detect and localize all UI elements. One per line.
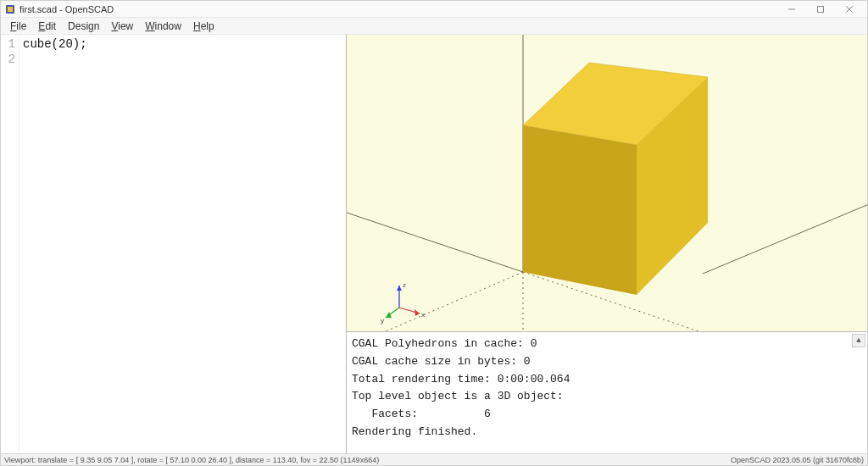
close-button[interactable] <box>835 2 864 17</box>
menu-view[interactable]: View <box>105 19 139 34</box>
editor-gutter: 1 2 <box>1 35 19 453</box>
editor-code[interactable]: cube(20); <box>19 35 346 453</box>
svg-marker-12 <box>415 309 420 316</box>
viewport-svg: z x y <box>347 35 867 332</box>
rendered-cube <box>523 63 708 295</box>
statusbar-right: OpenSCAD 2023.05.05 (git 31670fc8b) <box>731 456 864 464</box>
code-line: cube(20); <box>23 36 342 52</box>
statusbar-left: Viewport: translate = [ 9.35 9.05 7.04 ]… <box>4 456 731 464</box>
titlebar: first.scad - OpenSCAD <box>1 1 867 18</box>
svg-rect-1 <box>8 7 13 12</box>
menu-window[interactable]: Window <box>139 19 187 34</box>
window-title: first.scad - OpenSCAD <box>19 4 777 14</box>
console-line: Total rendering time: 0:00:00.064 <box>352 371 862 389</box>
console-line: CGAL Polyhedrons in cache: 0 <box>352 336 862 353</box>
minimize-button[interactable] <box>777 2 806 17</box>
console[interactable]: ▲ CGAL Polyhedrons in cache: 0 CGAL cach… <box>347 332 867 453</box>
svg-rect-3 <box>818 6 824 12</box>
axis-line <box>703 204 867 274</box>
right-pane: z x y ▲ CGAL Polyhedrons in cache: 0 CGA… <box>347 35 867 453</box>
axis-label-z: z <box>403 281 406 289</box>
axis-label-y: y <box>381 317 384 325</box>
console-scroll-up[interactable]: ▲ <box>852 334 865 347</box>
statusbar: Viewport: translate = [ 9.35 9.05 7.04 ]… <box>1 453 867 465</box>
line-number: 2 <box>3 52 15 67</box>
maximize-button[interactable] <box>806 2 835 17</box>
svg-marker-7 <box>523 125 637 295</box>
menu-edit[interactable]: Edit <box>32 19 62 34</box>
app-window: first.scad - OpenSCAD File Edit Design V… <box>0 0 868 466</box>
console-line: Facets: 6 <box>352 406 862 424</box>
svg-marker-14 <box>386 312 392 318</box>
axis-gizmo: z x y <box>381 281 425 325</box>
svg-marker-10 <box>397 286 402 291</box>
axis-label-x: x <box>421 311 425 319</box>
menu-design[interactable]: Design <box>62 19 105 34</box>
axis-dotted <box>347 272 523 332</box>
menu-help[interactable]: Help <box>187 19 220 34</box>
main-area: 1 2 cube(20); <box>1 35 867 453</box>
code-editor[interactable]: 1 2 cube(20); <box>1 35 347 453</box>
console-line: Top level object is a 3D object: <box>352 388 862 406</box>
app-icon <box>4 3 16 15</box>
console-line: Rendering finished. <box>352 424 862 441</box>
menu-file[interactable]: File <box>4 19 32 34</box>
code-line <box>23 52 342 67</box>
menubar: File Edit Design View Window Help <box>1 18 867 35</box>
console-line: CGAL cache size in bytes: 0 <box>352 353 862 371</box>
3d-viewport[interactable]: z x y <box>347 35 867 332</box>
line-number: 1 <box>3 36 15 52</box>
axis-line <box>347 213 523 272</box>
